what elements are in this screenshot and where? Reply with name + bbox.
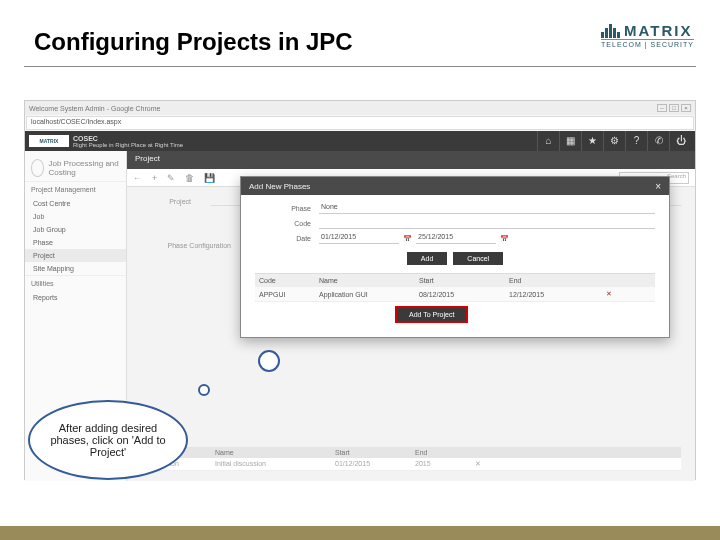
bg-label-project: Project [141,198,191,205]
brand-logo: MATRIX TELECOM | SECURITY [601,22,694,48]
title-underline [24,66,696,67]
callout: After adding desired phases, click on 'A… [28,390,198,484]
app-topbar: MATRIX COSEC Right People in Right Place… [25,131,695,151]
calendar-from-icon[interactable]: 📅 [403,235,412,243]
module-label: Job Processing and Costing [48,159,120,177]
bg-td-del[interactable]: ✕ [475,460,505,468]
bg-label-phaseconfig: Phase Configuration [141,242,231,249]
modal-close-icon[interactable]: × [655,181,661,192]
ptd-code: APPGUI [259,291,319,298]
brand-name: MATRIX [624,22,692,39]
ptd-name: Application GUI [319,291,419,298]
bg-table-row[interactable]: Discussion Initial discussion 01/12/2015… [141,458,681,471]
sidebar-section2: Utilities [25,275,126,291]
phase-table-row[interactable]: APPGUI Application GUI 08/12/2015 12/12/… [255,287,655,302]
brand-sub: TELECOM | SECURITY [601,39,694,48]
cancel-button[interactable]: Cancel [453,252,503,265]
bg-th-start: Start [335,449,415,456]
tool-delete-icon[interactable]: 🗑 [185,173,194,183]
browser-url-bar[interactable]: localhost/COSEC/Index.aspx [26,116,694,130]
app-logo: MATRIX [29,135,69,147]
input-code[interactable] [319,218,655,229]
input-date-to[interactable]: 25/12/2015 [416,233,496,244]
bg-th-name: Name [215,449,335,456]
label-date: Date [255,235,319,242]
window-min-icon[interactable]: – [657,104,667,112]
pth-code: Code [259,277,319,284]
ptd-start: 08/12/2015 [419,291,509,298]
nav-phone-icon[interactable]: ✆ [647,131,669,151]
pth-start: Start [419,277,509,284]
calendar-to-icon[interactable]: 📅 [500,235,509,243]
window-max-icon[interactable]: □ [669,104,679,112]
pth-name: Name [319,277,419,284]
modal-title: Add New Phases [249,182,310,191]
bg-td-end: 2015 [415,460,475,468]
callout-text: After adding desired phases, click on 'A… [44,422,172,458]
nav-power-icon[interactable]: ⏻ [669,131,691,151]
nav-home-icon[interactable]: ⌂ [537,131,559,151]
label-phase: Phase [255,205,319,212]
bg-td-name: Initial discussion [215,460,335,468]
brand-bars-icon [601,24,620,38]
sidebar-item-jobgroup[interactable]: Job Group [25,223,126,236]
add-button[interactable]: Add [407,252,447,265]
callout-bubble: After adding desired phases, click on 'A… [28,400,188,480]
app-tagline: Right People in Right Place at Right Tim… [73,142,183,148]
input-date-from[interactable]: 01/12/2015 [319,233,399,244]
tool-save-icon[interactable]: 💾 [204,173,215,183]
nav-help-icon[interactable]: ? [625,131,647,151]
browser-title: Welcome System Admin - Google Chrome [29,105,160,112]
sidebar-item-project[interactable]: Project [25,249,126,262]
tool-add-icon[interactable]: + [152,173,157,183]
nav-star-icon[interactable]: ★ [581,131,603,151]
input-phase[interactable]: None [319,203,655,214]
ptd-del-icon[interactable]: ✕ [599,290,619,298]
content-header: Project [127,151,695,169]
footer-bar [0,526,720,540]
module-icon [31,159,44,177]
app-product: COSEC [73,135,183,142]
sidebar-item-sitemapping[interactable]: Site Mapping [25,262,126,275]
sidebar-item-costcentre[interactable]: Cost Centre [25,197,126,210]
bg-table: Code Name Start End Discussion Initial d… [141,447,681,471]
sidebar-module[interactable]: Job Processing and Costing [25,155,126,181]
tool-back-icon[interactable]: ← [133,173,142,183]
window-close-icon[interactable]: × [681,104,691,112]
nav-gear-icon[interactable]: ⚙ [603,131,625,151]
tool-edit-icon[interactable]: ✎ [167,173,175,183]
bg-th-end: End [415,449,475,456]
pth-end: End [509,277,599,284]
label-code: Code [255,220,319,227]
add-to-project-button[interactable]: Add To Project [395,306,468,323]
sidebar-section: Project Management [25,181,126,197]
sidebar-item-job[interactable]: Job [25,210,126,223]
bg-td-start: 01/12/2015 [335,460,415,468]
browser-titlebar: Welcome System Admin - Google Chrome – □… [25,101,695,115]
ptd-end: 12/12/2015 [509,291,599,298]
sidebar-item-phase[interactable]: Phase [25,236,126,249]
callout-dot-small [198,384,210,396]
phase-table: Code Name Start End APPGUI Application G… [255,273,655,302]
add-phases-modal: Add New Phases × Phase None Code Date 01… [240,176,670,338]
sidebar-item-reports[interactable]: Reports [25,291,126,304]
nav-grid-icon[interactable]: ▦ [559,131,581,151]
callout-dot-large [258,350,280,372]
